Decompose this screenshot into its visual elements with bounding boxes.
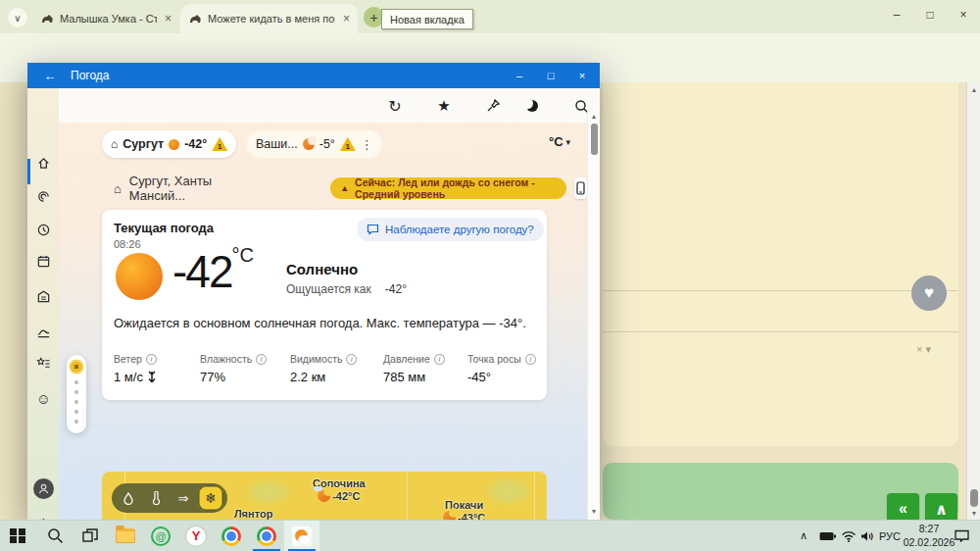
moon-icon (443, 511, 456, 520)
search-icon (47, 527, 64, 544)
browser-close-button[interactable]: × (951, 4, 976, 25)
dog-favicon-icon (189, 14, 202, 25)
chip-city: Сургут (122, 137, 164, 151)
app-close-button[interactable]: × (566, 63, 598, 88)
action-center-button[interactable] (955, 521, 969, 551)
dark-mode-moon-icon[interactable] (519, 93, 545, 119)
map-city[interactable]: Покачи -43°C (443, 499, 485, 520)
close-icon: × (959, 8, 966, 22)
tab-search-button[interactable]: ∨ (8, 8, 27, 27)
temperature-layer-thermometer-icon[interactable] (143, 485, 169, 511)
sidebar-favorites-icon[interactable] (35, 355, 52, 372)
map-city[interactable]: Лянтор -42°C (232, 508, 274, 520)
weather-app-button-active[interactable] (284, 521, 319, 551)
tab-close-icon[interactable]: × (163, 12, 173, 25)
maximize-icon: □ (926, 8, 933, 22)
info-icon[interactable]: i (525, 354, 536, 365)
current-weather-title: Текущая погода (114, 221, 214, 235)
app-minimize-button[interactable]: – (504, 63, 535, 88)
unit-selector[interactable]: °C ▾ (549, 134, 570, 149)
precipitation-layer-droplet-icon[interactable] (116, 485, 141, 511)
city-chip-surgut[interactable]: ⌂ Сургут -42° 1 (102, 130, 236, 158)
sidebar-feedback-smiley-icon[interactable]: ☺ (35, 390, 52, 407)
tab-close-icon[interactable]: × (341, 12, 352, 25)
info-icon[interactable]: i (256, 354, 267, 365)
tray-chevron-button[interactable]: ∧ (800, 521, 808, 551)
feels-like: Ощущается как-42° (286, 282, 407, 296)
info-icon[interactable]: i (146, 354, 157, 365)
caret-down-icon: ▾ (925, 343, 934, 355)
weather-titlebar[interactable]: ← Погода – □ × (27, 63, 600, 88)
kebab-icon[interactable]: ⋮ (361, 137, 373, 152)
forum-post-card: ♥ ×▾ (603, 82, 958, 446)
report-weather-link[interactable]: Наблюдаете другую погоду? (357, 218, 544, 241)
sidebar-monthly-icon[interactable] (35, 253, 52, 270)
post-divider (603, 290, 958, 291)
browser-tab-2-active[interactable]: Можете кидать в меня помид × (180, 4, 358, 33)
weather-alert-pill[interactable]: ▲ Сейчас: Лед или дождь со снегом - Сред… (330, 177, 566, 199)
browser-toolbar: ← → ↻ ⌂ labrador.ru/ipb/topic/30546-може… (0, 33, 980, 61)
battery-icon[interactable] (819, 521, 836, 551)
sidebar-home-icon[interactable] (35, 155, 52, 172)
send-to-phone-button[interactable] (574, 177, 587, 199)
app-back-button[interactable]: ← (35, 63, 65, 88)
app-maximize-button[interactable]: □ (535, 63, 566, 88)
sidebar-hourly-icon[interactable] (35, 222, 52, 238)
location-row: ⌂ Сургут, Ханты Мансий... ▲ Сейчас: Лед … (114, 177, 587, 199)
home-icon: ⌂ (111, 137, 118, 151)
info-icon[interactable]: i (434, 354, 445, 365)
city-chip-your-location[interactable]: Ваши... -5° 1 ⋮ (247, 130, 382, 158)
weather-app-window: ← Погода – □ × Прогноз ↻ ★ (27, 63, 600, 520)
wifi-icon[interactable] (841, 521, 857, 551)
taskbar-search-button[interactable] (37, 521, 73, 551)
sidebar-history-icon[interactable] (35, 324, 52, 340)
post-options[interactable]: ×▾ (916, 343, 934, 356)
clock[interactable]: 8:2702.02.2026 (906, 521, 953, 551)
scroll-up-icon[interactable]: ▲ (589, 113, 599, 120)
scrollbar-thumb[interactable] (970, 489, 978, 507)
chip-temp: -5° (319, 137, 335, 151)
maximize-icon: □ (548, 70, 555, 81)
browser-maximize-button[interactable]: □ (917, 4, 943, 25)
chrome-button-2-active[interactable] (249, 521, 284, 551)
scroll-down-icon[interactable]: ▼ (589, 508, 599, 515)
sidebar-radar-icon[interactable] (35, 188, 52, 205)
language-indicator[interactable]: РУС (879, 521, 901, 551)
weather-map-card[interactable]: ⇒ ❄ Сопочина -42°C Покачи -43°C Лянтор -… (102, 472, 547, 520)
file-explorer-button[interactable] (108, 521, 143, 551)
browser-tab-1[interactable]: Малышка Умка - Страница 25 × (32, 4, 179, 33)
detail-wind: Ветерi 1 м/с (114, 353, 157, 384)
scroll-down-icon[interactable]: ▼ (969, 510, 979, 517)
yandex-button[interactable]: Y (178, 521, 214, 551)
favorite-star-icon[interactable]: ★ (431, 93, 457, 119)
speaker-icon[interactable] (860, 521, 874, 551)
weather-scrollbar[interactable]: ▲ ▼ (587, 110, 600, 520)
sidebar-life-icon[interactable] (35, 288, 52, 305)
page-scrollbar[interactable]: ▲ ▼ (966, 82, 980, 520)
map-city[interactable]: Сопочина -42°C (313, 477, 366, 502)
messenger-button[interactable]: @ (143, 521, 178, 551)
wind-layer-icon[interactable]: ⇒ (171, 485, 196, 511)
pin-icon[interactable] (480, 93, 506, 119)
profile-avatar[interactable] (33, 478, 54, 499)
browser-minimize-button[interactable]: – (884, 4, 909, 25)
refresh-icon[interactable]: ↻ (382, 93, 408, 119)
weather-app-icon (292, 526, 312, 546)
minimize-icon: – (894, 8, 901, 22)
heart-icon: ♥ (924, 283, 934, 303)
tab-title: Можете кидать в меня помид (208, 13, 335, 25)
start-button[interactable] (0, 521, 35, 551)
chrome-button-1[interactable] (214, 521, 249, 551)
like-heart-button[interactable]: ♥ (911, 276, 947, 311)
info-icon[interactable]: i (346, 354, 357, 365)
weather-content: ⌂ Сургут -42° 1 Ваши... -5° 1 ⋮ °C ▾ ⌂ С… (59, 123, 587, 520)
scrollbar-thumb[interactable] (591, 124, 598, 155)
task-view-button[interactable] (73, 521, 108, 551)
alert-badge: 1 (340, 137, 356, 151)
snow-layer-icon-selected[interactable]: ❄ (198, 485, 223, 511)
scroll-up-icon[interactable]: ▲ (969, 86, 979, 93)
map-layer-controls[interactable]: ⇒ ❄ (112, 483, 227, 513)
section-dots-nav[interactable] (67, 355, 86, 433)
sun-section-dot[interactable] (71, 361, 82, 373)
location-name: Сургут, Ханты Мансий... (129, 174, 236, 203)
